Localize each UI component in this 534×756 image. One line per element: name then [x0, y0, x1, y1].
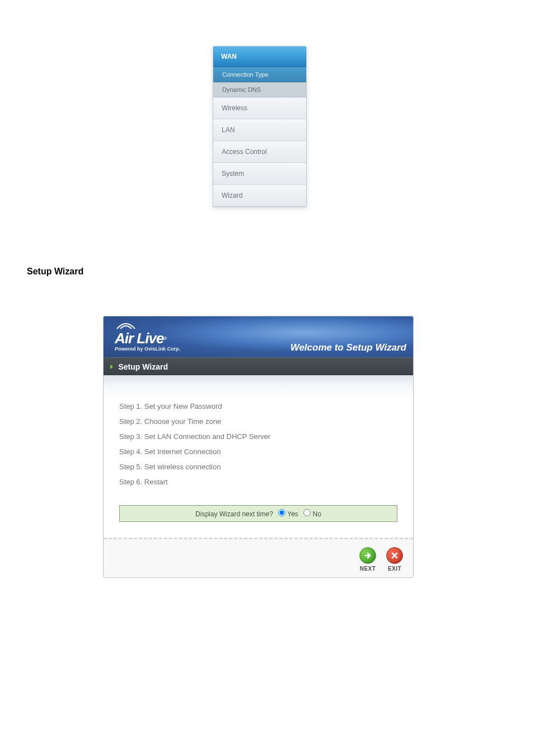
- wizard-header: Air Live® Powered by OvisLink Corp. Welc…: [104, 316, 413, 357]
- nav-connection-type[interactable]: Connection Type: [213, 67, 306, 82]
- wizard-step-5: Step 5. Set wireless connection: [119, 463, 397, 471]
- logo-text: Air Live: [115, 330, 163, 347]
- subheader-text: Setup Wizard: [118, 362, 168, 371]
- triangle-right-icon: [110, 365, 113, 369]
- wizard-body: Step 1. Set your New Password Step 2. Ch…: [104, 375, 413, 538]
- section-title-setup-wizard: Setup Wizard: [27, 267, 83, 277]
- arrow-right-icon: [359, 547, 376, 564]
- next-label: NEXT: [359, 566, 376, 572]
- logo-tagline: Powered by OvisLink Corp.: [115, 346, 180, 352]
- welcome-title: Welcome to Setup Wizard: [291, 342, 406, 353]
- next-button[interactable]: NEXT: [359, 547, 376, 572]
- wizard-step-4: Step 4. Set Internet Connection: [119, 447, 397, 456]
- nav-wan-header[interactable]: WAN: [213, 46, 306, 67]
- nav-wizard[interactable]: Wizard: [213, 185, 306, 207]
- display-next-label: Display Wizard next time?: [195, 510, 273, 518]
- nav-lan[interactable]: LAN: [213, 119, 306, 141]
- wizard-footer: NEXT EXIT: [104, 538, 413, 577]
- wizard-step-6: Step 6. Restart: [119, 478, 397, 486]
- nav-wireless[interactable]: Wireless: [213, 97, 306, 119]
- nav-system[interactable]: System: [213, 163, 306, 185]
- radio-no[interactable]: No: [303, 510, 321, 518]
- close-icon: [386, 547, 403, 564]
- exit-button[interactable]: EXIT: [386, 547, 403, 572]
- exit-label: EXIT: [386, 566, 403, 572]
- nav-menu: WAN Connection Type Dynamic DNS Wireless…: [213, 46, 307, 207]
- wizard-subheader: Setup Wizard: [104, 357, 413, 375]
- wizard-step-3: Step 3. Set LAN Connection and DHCP Serv…: [119, 432, 397, 441]
- wizard-step-1: Step 1. Set your New Password: [119, 402, 397, 410]
- wizard-step-2: Step 2. Choose your Time zone: [119, 417, 397, 426]
- logo: Air Live® Powered by OvisLink Corp.: [104, 316, 191, 357]
- radio-yes[interactable]: Yes: [278, 510, 298, 518]
- logo-registered-icon: ®: [163, 336, 167, 341]
- nav-access-control[interactable]: Access Control: [213, 141, 306, 163]
- display-next-box: Display Wizard next time? Yes No: [119, 505, 397, 522]
- wizard-panel: Air Live® Powered by OvisLink Corp. Welc…: [103, 316, 414, 578]
- wifi-arc-icon: [115, 322, 137, 330]
- nav-dynamic-dns[interactable]: Dynamic DNS: [213, 82, 306, 97]
